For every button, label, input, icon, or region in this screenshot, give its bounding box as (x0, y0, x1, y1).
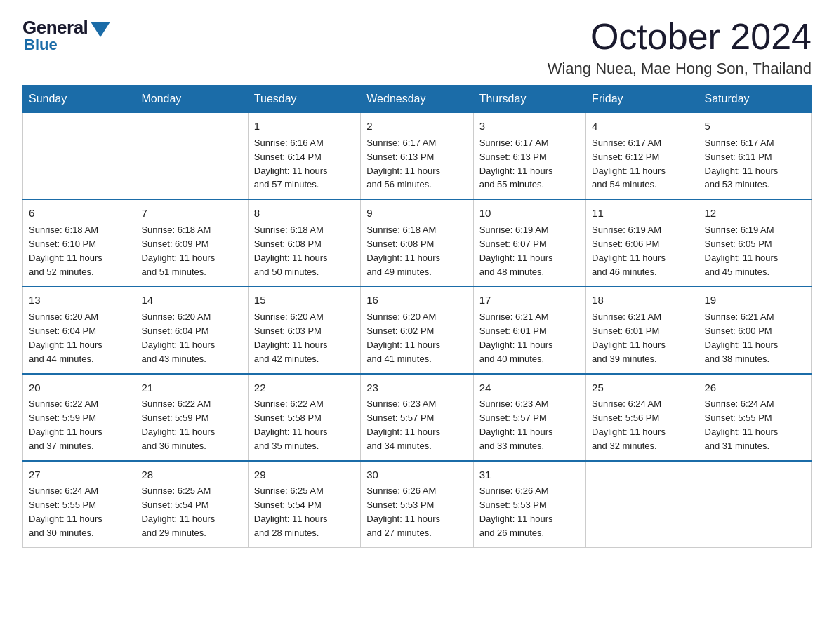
header-wednesday: Wednesday (361, 86, 473, 113)
calendar-cell-w1-d6: 5Sunrise: 6:17 AM Sunset: 6:11 PM Daylig… (699, 113, 811, 200)
calendar-cell-w2-d5: 11Sunrise: 6:19 AM Sunset: 6:06 PM Dayli… (586, 199, 699, 286)
page: General Blue October 2024 Wiang Nuea, Ma… (0, 0, 834, 565)
calendar-cell-w4-d1: 21Sunrise: 6:22 AM Sunset: 5:59 PM Dayli… (135, 374, 248, 461)
calendar-cell-w5-d6 (699, 461, 811, 548)
day-info: Sunrise: 6:24 AM Sunset: 5:55 PM Dayligh… (705, 398, 779, 451)
logo: General Blue (22, 17, 110, 54)
calendar-cell-w2-d4: 10Sunrise: 6:19 AM Sunset: 6:07 PM Dayli… (473, 199, 585, 286)
day-number: 17 (479, 293, 580, 308)
calendar-cell-w4-d2: 22Sunrise: 6:22 AM Sunset: 5:58 PM Dayli… (248, 374, 360, 461)
day-number: 2 (366, 119, 467, 134)
calendar-cell-w4-d5: 25Sunrise: 6:24 AM Sunset: 5:56 PM Dayli… (586, 374, 699, 461)
day-info: Sunrise: 6:21 AM Sunset: 6:01 PM Dayligh… (479, 311, 553, 364)
day-info: Sunrise: 6:20 AM Sunset: 6:03 PM Dayligh… (254, 311, 328, 364)
day-info: Sunrise: 6:23 AM Sunset: 5:57 PM Dayligh… (366, 398, 440, 451)
calendar-cell-w1-d3: 2Sunrise: 6:17 AM Sunset: 6:13 PM Daylig… (361, 113, 473, 200)
header: General Blue October 2024 Wiang Nuea, Ma… (22, 17, 812, 78)
day-number: 15 (254, 293, 355, 308)
calendar-cell-w2-d6: 12Sunrise: 6:19 AM Sunset: 6:05 PM Dayli… (699, 199, 811, 286)
day-number: 4 (592, 119, 692, 134)
day-number: 31 (479, 467, 580, 483)
day-info: Sunrise: 6:19 AM Sunset: 6:05 PM Dayligh… (705, 224, 779, 277)
calendar-cell-w3-d4: 17Sunrise: 6:21 AM Sunset: 6:01 PM Dayli… (473, 286, 585, 373)
calendar-cell-w5-d0: 27Sunrise: 6:24 AM Sunset: 5:55 PM Dayli… (23, 461, 135, 548)
day-info: Sunrise: 6:20 AM Sunset: 6:04 PM Dayligh… (29, 311, 102, 364)
day-number: 13 (29, 293, 129, 308)
day-info: Sunrise: 6:24 AM Sunset: 5:55 PM Dayligh… (29, 485, 102, 538)
calendar-cell-w1-d0 (23, 113, 135, 200)
calendar-cell-w2-d3: 9Sunrise: 6:18 AM Sunset: 6:08 PM Daylig… (361, 199, 473, 286)
day-info: Sunrise: 6:22 AM Sunset: 5:59 PM Dayligh… (141, 398, 215, 451)
day-number: 22 (254, 380, 355, 396)
day-number: 26 (705, 380, 805, 396)
calendar-cell-w1-d2: 1Sunrise: 6:16 AM Sunset: 6:14 PM Daylig… (248, 113, 360, 200)
day-info: Sunrise: 6:22 AM Sunset: 5:58 PM Dayligh… (254, 398, 328, 451)
day-info: Sunrise: 6:19 AM Sunset: 6:07 PM Dayligh… (479, 224, 553, 277)
calendar-cell-w5-d1: 28Sunrise: 6:25 AM Sunset: 5:54 PM Dayli… (135, 461, 248, 548)
day-info: Sunrise: 6:18 AM Sunset: 6:09 PM Dayligh… (141, 224, 215, 277)
week-row-3: 13Sunrise: 6:20 AM Sunset: 6:04 PM Dayli… (23, 286, 812, 373)
day-number: 18 (592, 293, 692, 308)
day-info: Sunrise: 6:19 AM Sunset: 6:06 PM Dayligh… (592, 224, 666, 277)
day-info: Sunrise: 6:21 AM Sunset: 6:01 PM Dayligh… (592, 311, 666, 364)
day-number: 19 (705, 293, 805, 308)
calendar-cell-w4-d4: 24Sunrise: 6:23 AM Sunset: 5:57 PM Dayli… (473, 374, 585, 461)
day-number: 5 (705, 119, 805, 134)
calendar-cell-w3-d1: 14Sunrise: 6:20 AM Sunset: 6:04 PM Dayli… (135, 286, 248, 373)
calendar-cell-w1-d5: 4Sunrise: 6:17 AM Sunset: 6:12 PM Daylig… (586, 113, 699, 200)
calendar-cell-w5-d3: 30Sunrise: 6:26 AM Sunset: 5:53 PM Dayli… (361, 461, 473, 548)
day-number: 29 (254, 467, 355, 483)
day-info: Sunrise: 6:23 AM Sunset: 5:57 PM Dayligh… (479, 398, 553, 451)
logo-triangle-icon (91, 22, 110, 37)
calendar-cell-w1-d1 (135, 113, 248, 200)
day-info: Sunrise: 6:17 AM Sunset: 6:13 PM Dayligh… (366, 137, 440, 190)
header-saturday: Saturday (699, 86, 811, 113)
calendar-cell-w3-d5: 18Sunrise: 6:21 AM Sunset: 6:01 PM Dayli… (586, 286, 699, 373)
day-number: 1 (254, 119, 355, 134)
day-info: Sunrise: 6:17 AM Sunset: 6:11 PM Dayligh… (705, 137, 779, 190)
day-number: 25 (592, 380, 692, 396)
day-number: 20 (29, 380, 129, 396)
day-info: Sunrise: 6:20 AM Sunset: 6:04 PM Dayligh… (141, 311, 215, 364)
day-info: Sunrise: 6:24 AM Sunset: 5:56 PM Dayligh… (592, 398, 666, 451)
day-info: Sunrise: 6:18 AM Sunset: 6:10 PM Dayligh… (29, 224, 102, 277)
day-number: 28 (141, 467, 241, 483)
day-number: 14 (141, 293, 241, 308)
title-area: October 2024 Wiang Nuea, Mae Hong Son, T… (548, 17, 812, 78)
day-info: Sunrise: 6:17 AM Sunset: 6:12 PM Dayligh… (592, 137, 666, 190)
day-info: Sunrise: 6:21 AM Sunset: 6:00 PM Dayligh… (705, 311, 779, 364)
day-info: Sunrise: 6:26 AM Sunset: 5:53 PM Dayligh… (366, 485, 440, 538)
day-number: 12 (705, 206, 805, 221)
day-number: 7 (141, 206, 241, 221)
calendar-cell-w4-d0: 20Sunrise: 6:22 AM Sunset: 5:59 PM Dayli… (23, 374, 135, 461)
calendar-cell-w4-d3: 23Sunrise: 6:23 AM Sunset: 5:57 PM Dayli… (361, 374, 473, 461)
header-tuesday: Tuesday (248, 86, 360, 113)
header-sunday: Sunday (23, 86, 135, 113)
day-number: 27 (29, 467, 129, 483)
day-number: 11 (592, 206, 692, 221)
day-number: 23 (366, 380, 467, 396)
day-number: 16 (366, 293, 467, 308)
calendar-cell-w3-d2: 15Sunrise: 6:20 AM Sunset: 6:03 PM Dayli… (248, 286, 360, 373)
day-number: 30 (366, 467, 467, 483)
month-title: October 2024 (548, 17, 812, 57)
day-number: 6 (29, 206, 129, 221)
calendar-cell-w5-d4: 31Sunrise: 6:26 AM Sunset: 5:53 PM Dayli… (473, 461, 585, 548)
day-number: 9 (366, 206, 467, 221)
logo-blue-text: Blue (24, 36, 58, 54)
calendar-cell-w3-d3: 16Sunrise: 6:20 AM Sunset: 6:02 PM Dayli… (361, 286, 473, 373)
header-thursday: Thursday (473, 86, 585, 113)
day-info: Sunrise: 6:26 AM Sunset: 5:53 PM Dayligh… (479, 485, 553, 538)
day-info: Sunrise: 6:20 AM Sunset: 6:02 PM Dayligh… (366, 311, 440, 364)
day-info: Sunrise: 6:16 AM Sunset: 6:14 PM Dayligh… (254, 137, 328, 190)
calendar-cell-w4-d6: 26Sunrise: 6:24 AM Sunset: 5:55 PM Dayli… (699, 374, 811, 461)
header-friday: Friday (586, 86, 699, 113)
day-number: 10 (479, 206, 580, 221)
calendar-cell-w2-d2: 8Sunrise: 6:18 AM Sunset: 6:08 PM Daylig… (248, 199, 360, 286)
day-number: 3 (479, 119, 580, 134)
calendar-cell-w3-d0: 13Sunrise: 6:20 AM Sunset: 6:04 PM Dayli… (23, 286, 135, 373)
week-row-2: 6Sunrise: 6:18 AM Sunset: 6:10 PM Daylig… (23, 199, 812, 286)
week-row-4: 20Sunrise: 6:22 AM Sunset: 5:59 PM Dayli… (23, 374, 812, 461)
calendar-cell-w2-d1: 7Sunrise: 6:18 AM Sunset: 6:09 PM Daylig… (135, 199, 248, 286)
calendar-cell-w5-d5 (586, 461, 699, 548)
